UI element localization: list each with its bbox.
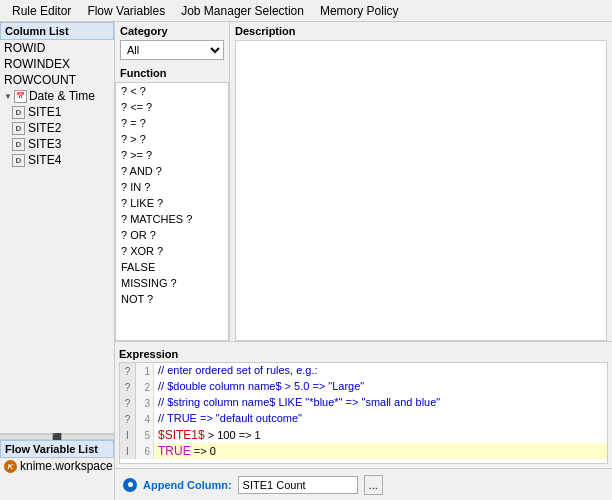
d-icon: D — [12, 138, 25, 151]
line-content: // enter ordered set of rules, e.g.: — [154, 363, 607, 379]
line-number: 2 — [136, 379, 154, 395]
line-content: // TRUE => "default outcome" — [154, 411, 607, 427]
site4-label: SITE4 — [28, 153, 61, 167]
append-column-input[interactable] — [238, 476, 358, 494]
column-list: ROWID ROWINDEX ROWCOUNT ▼ 📅 Date & Time … — [0, 40, 114, 434]
expr-line: ? 1 // enter ordered set of rules, e.g.: — [120, 363, 607, 379]
list-item[interactable]: D SITE4 — [0, 152, 114, 168]
d-icon: D — [12, 154, 25, 167]
d-icon: D — [12, 106, 25, 119]
list-item[interactable]: ? IN ? — [116, 179, 228, 195]
append-column-radio[interactable] — [123, 478, 137, 492]
list-item[interactable]: MISSING ? — [116, 275, 228, 291]
top-right-area: Category All Date & Time String Math Boo… — [115, 22, 612, 342]
append-column-label: Append Column: — [143, 479, 232, 491]
category-label: Category — [115, 22, 229, 40]
var-name: knime.workspace — [20, 459, 113, 473]
list-item[interactable]: ROWCOUNT — [0, 72, 114, 88]
line-indicator: ? — [120, 411, 136, 427]
line-content: // $double column name$ > 5.0 => "Large" — [154, 379, 607, 395]
list-item[interactable]: ? > ? — [116, 131, 228, 147]
flow-var-section: Flow Variable List K knime.workspace — [0, 440, 114, 500]
flow-var-list-header: Flow Variable List — [0, 440, 114, 458]
list-item[interactable]: NOT ? — [116, 291, 228, 307]
list-item[interactable]: ? LIKE ? — [116, 195, 228, 211]
list-item[interactable]: ? AND ? — [116, 163, 228, 179]
site3-label: SITE3 — [28, 137, 61, 151]
append-column-button[interactable]: ... — [364, 475, 383, 495]
expression-editor[interactable]: ? 1 // enter ordered set of rules, e.g.:… — [119, 362, 608, 464]
list-item[interactable]: ? = ? — [116, 115, 228, 131]
expr-line-active: I 6 TRUE => 0 — [120, 443, 607, 459]
line-content: // $string column name$ LIKE "*blue*" =>… — [154, 395, 607, 411]
d-icon: D — [12, 122, 25, 135]
list-item[interactable]: ? <= ? — [116, 99, 228, 115]
menu-memory-policy[interactable]: Memory Policy — [312, 2, 407, 20]
description-label: Description — [230, 22, 612, 40]
menu-job-manager[interactable]: Job Manager Selection — [173, 2, 312, 20]
line-indicator: ? — [120, 363, 136, 379]
category-select[interactable]: All Date & Time String Math Boolean — [120, 40, 224, 60]
menu-bar: Rule Editor Flow Variables Job Manager S… — [0, 0, 612, 22]
line-content: TRUE => 0 — [154, 443, 607, 459]
expression-area: Expression ? 1 // enter ordered set of r… — [115, 342, 612, 468]
site1-label: SITE1 — [28, 105, 61, 119]
knime-var-icon: K — [4, 460, 17, 473]
menu-flow-variables[interactable]: Flow Variables — [79, 2, 173, 20]
rowcount-label: ROWCOUNT — [4, 73, 76, 87]
list-item[interactable]: K knime.workspace — [0, 458, 114, 474]
list-item[interactable]: FALSE — [116, 259, 228, 275]
description-panel: Description — [230, 22, 612, 341]
list-item[interactable]: ROWINDEX — [0, 56, 114, 72]
left-panel: Column List ROWID ROWINDEX ROWCOUNT ▼ 📅 … — [0, 22, 115, 500]
line-indicator: ? — [120, 395, 136, 411]
site2-label: SITE2 — [28, 121, 61, 135]
datetime-icon: 📅 — [14, 90, 27, 103]
list-item[interactable]: ? < ? — [116, 83, 228, 99]
flow-var-list: K knime.workspace — [0, 458, 114, 474]
expr-line: I 5 $SITE1$ > 100 => 1 — [120, 427, 607, 443]
datetime-label: Date & Time — [29, 89, 95, 103]
line-indicator: ? — [120, 379, 136, 395]
list-item[interactable]: ROWID — [0, 40, 114, 56]
line-number: 6 — [136, 443, 154, 459]
rowid-label: ROWID — [4, 41, 45, 55]
list-item[interactable]: ? OR ? — [116, 227, 228, 243]
line-number: 5 — [136, 427, 154, 443]
expr-line: ? 2 // $double column name$ > 5.0 => "La… — [120, 379, 607, 395]
bottom-bar: Append Column: ... — [115, 468, 612, 500]
list-item[interactable]: ? MATCHES ? — [116, 211, 228, 227]
line-content: $SITE1$ > 100 => 1 — [154, 427, 607, 443]
function-label: Function — [115, 64, 229, 82]
expr-line: ? 4 // TRUE => "default outcome" — [120, 411, 607, 427]
function-list: ? < ? ? <= ? ? = ? ? > ? ? >= ? ? AND ? … — [115, 82, 229, 341]
line-number: 3 — [136, 395, 154, 411]
datetime-group[interactable]: ▼ 📅 Date & Time — [0, 88, 114, 104]
line-indicator: I — [120, 427, 136, 443]
category-function-panel: Category All Date & Time String Math Boo… — [115, 22, 230, 341]
expression-label: Expression — [119, 346, 608, 362]
expr-line: ? 3 // $string column name$ LIKE "*blue*… — [120, 395, 607, 411]
radio-inner — [128, 482, 133, 487]
line-indicator: I — [120, 443, 136, 459]
line-number: 1 — [136, 363, 154, 379]
rowindex-label: ROWINDEX — [4, 57, 70, 71]
list-item[interactable]: D SITE1 — [0, 104, 114, 120]
column-list-header: Column List — [0, 22, 114, 40]
list-item[interactable]: ? XOR ? — [116, 243, 228, 259]
menu-rule-editor[interactable]: Rule Editor — [4, 2, 79, 20]
right-panel: Category All Date & Time String Math Boo… — [115, 22, 612, 500]
tree-arrow-icon: ▼ — [4, 92, 12, 101]
description-content — [235, 40, 607, 341]
list-item[interactable]: ? >= ? — [116, 147, 228, 163]
line-number: 4 — [136, 411, 154, 427]
list-item[interactable]: D SITE2 — [0, 120, 114, 136]
main-container: Column List ROWID ROWINDEX ROWCOUNT ▼ 📅 … — [0, 22, 612, 500]
list-item[interactable]: D SITE3 — [0, 136, 114, 152]
